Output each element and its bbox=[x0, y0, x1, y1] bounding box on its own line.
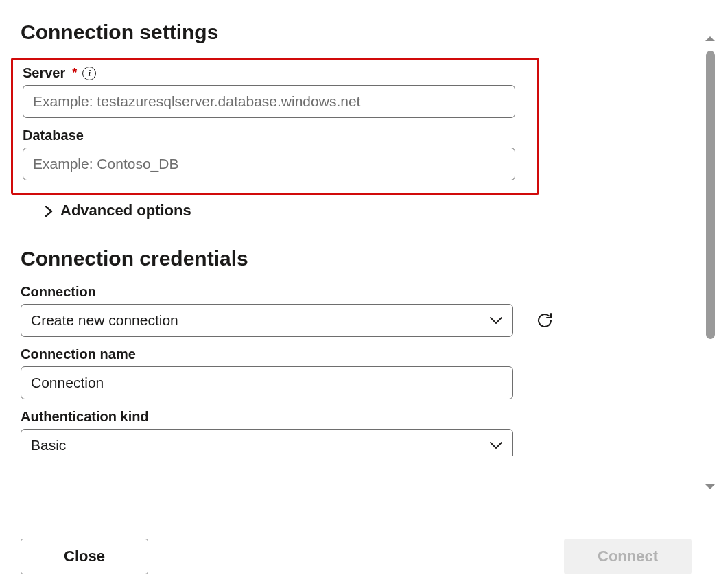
auth-kind-value: Basic bbox=[31, 437, 66, 454]
advanced-options-label: Advanced options bbox=[60, 202, 191, 220]
connect-button-label: Connect bbox=[598, 548, 658, 565]
chevron-down-icon bbox=[489, 316, 503, 325]
server-label: Server bbox=[23, 65, 65, 81]
required-marker: * bbox=[72, 66, 77, 80]
auth-kind-label: Authentication kind bbox=[21, 409, 149, 425]
database-input[interactable] bbox=[23, 148, 515, 180]
connection-label: Connection bbox=[21, 284, 96, 300]
advanced-options-toggle[interactable]: Advanced options bbox=[43, 202, 191, 220]
connection-select-value: Create new connection bbox=[31, 312, 178, 329]
chevron-right-icon bbox=[43, 205, 55, 217]
database-label: Database bbox=[23, 128, 84, 143]
refresh-icon bbox=[535, 311, 554, 330]
auth-kind-select[interactable]: Basic bbox=[21, 429, 513, 456]
scroll-down-button[interactable] bbox=[703, 480, 717, 494]
chevron-down-icon bbox=[489, 440, 503, 450]
connect-button[interactable]: Connect bbox=[564, 539, 692, 574]
close-button[interactable]: Close bbox=[21, 539, 148, 574]
connection-name-input[interactable] bbox=[21, 366, 513, 399]
server-field: Server * i bbox=[13, 65, 530, 118]
database-field: Database bbox=[13, 128, 530, 180]
refresh-button[interactable] bbox=[534, 309, 556, 331]
connection-name-label: Connection name bbox=[21, 346, 136, 362]
connection-settings-heading: Connection settings bbox=[21, 21, 679, 44]
scrollbar-thumb[interactable] bbox=[706, 51, 715, 339]
server-input[interactable] bbox=[23, 85, 515, 118]
close-button-label: Close bbox=[64, 548, 105, 565]
info-icon[interactable]: i bbox=[82, 67, 96, 80]
highlighted-region: Server * i Database bbox=[11, 58, 539, 195]
connection-credentials-heading: Connection credentials bbox=[21, 247, 679, 270]
connection-select[interactable]: Create new connection bbox=[21, 304, 513, 337]
